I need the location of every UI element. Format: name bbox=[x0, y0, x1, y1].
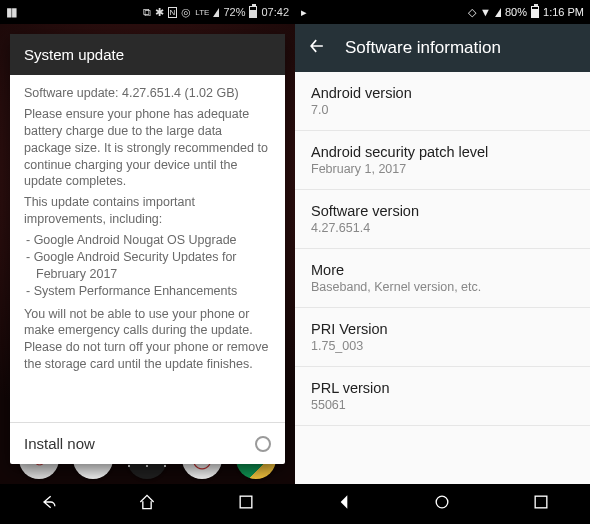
svg-rect-0 bbox=[240, 496, 252, 508]
nav-bar bbox=[0, 484, 295, 524]
recents-button[interactable] bbox=[236, 492, 256, 516]
debug-icon: ▸ bbox=[301, 6, 307, 19]
signal-icon bbox=[213, 8, 219, 17]
item-sub: 4.27.651.4 bbox=[311, 221, 574, 235]
nav-bar bbox=[295, 484, 590, 524]
recents-button[interactable] bbox=[531, 492, 551, 516]
home-button[interactable] bbox=[432, 492, 452, 516]
item-title: Android version bbox=[311, 85, 574, 101]
system-update-dialog: System update Software update: 4.27.651.… bbox=[10, 34, 285, 464]
clock: 1:16 PM bbox=[543, 6, 584, 18]
network-type: LTE bbox=[195, 8, 209, 17]
back-button[interactable] bbox=[39, 492, 59, 516]
item-sub: February 1, 2017 bbox=[311, 162, 574, 176]
list-item: - Google Android Nougat OS Upgrade bbox=[26, 232, 271, 249]
cast-icon: ⧉ bbox=[143, 6, 151, 19]
location-icon: ◎ bbox=[181, 6, 191, 19]
dialog-body: Software update: 4.27.651.4 (1.02 GB) Pl… bbox=[10, 75, 285, 422]
battery-warning: Please ensure your phone has adequate ba… bbox=[24, 106, 271, 190]
app-bar: Software information bbox=[295, 24, 590, 72]
update-version-line: Software update: 4.27.651.4 (1.02 GB) bbox=[24, 85, 271, 102]
battery-percent: 72% bbox=[223, 6, 245, 18]
battery-icon bbox=[249, 6, 257, 18]
divider bbox=[295, 425, 590, 426]
item-title: Android security patch level bbox=[311, 144, 574, 160]
clock: 07:42 bbox=[261, 6, 289, 18]
wifi-icon: ▼ bbox=[480, 6, 491, 18]
home-button[interactable] bbox=[137, 492, 157, 516]
right-phone: ▸ ◇ ▼ 80% 1:16 PM Software information A… bbox=[295, 0, 590, 524]
nfc-icon: N bbox=[168, 7, 178, 18]
item-sub: 1.75_003 bbox=[311, 339, 574, 353]
pri-version-item[interactable]: PRI Version 1.75_003 bbox=[295, 308, 590, 366]
install-now-label: Install now bbox=[24, 435, 95, 452]
improvements-intro: This update contains important improveme… bbox=[24, 194, 271, 228]
signal-icon bbox=[495, 8, 501, 17]
item-title: PRL version bbox=[311, 380, 574, 396]
android-version-item[interactable]: Android version 7.0 bbox=[295, 72, 590, 130]
list-item: - System Performance Enhancements bbox=[26, 283, 271, 300]
improvements-list: - Google Android Nougat OS Upgrade - Goo… bbox=[24, 232, 271, 300]
install-now-row[interactable]: Install now bbox=[10, 422, 285, 464]
status-bar: ▮▮ ⧉ ✱ N ◎ LTE 72% 07:42 bbox=[0, 0, 295, 24]
radio-icon[interactable] bbox=[255, 436, 271, 452]
usage-warning: You will not be able to use your phone o… bbox=[24, 306, 271, 374]
item-title: Software version bbox=[311, 203, 574, 219]
dialog-title: System update bbox=[10, 34, 285, 75]
back-arrow-icon[interactable] bbox=[307, 36, 327, 61]
item-sub: 7.0 bbox=[311, 103, 574, 117]
location-icon: ◇ bbox=[468, 6, 476, 19]
item-title: More bbox=[311, 262, 574, 278]
left-phone: ▮▮ ⧉ ✱ N ◎ LTE 72% 07:42 ✆ ≡ ⋮⋮⋮ ◯ Syste… bbox=[0, 0, 295, 524]
software-version-item[interactable]: Software version 4.27.651.4 bbox=[295, 190, 590, 248]
battery-percent: 80% bbox=[505, 6, 527, 18]
more-item[interactable]: More Baseband, Kernel version, etc. bbox=[295, 249, 590, 307]
back-button[interactable] bbox=[334, 492, 354, 516]
item-sub: 55061 bbox=[311, 398, 574, 412]
security-patch-item[interactable]: Android security patch level February 1,… bbox=[295, 131, 590, 189]
item-title: PRI Version bbox=[311, 321, 574, 337]
prl-version-item[interactable]: PRL version 55061 bbox=[295, 367, 590, 425]
pause-icon: ▮▮ bbox=[6, 5, 16, 19]
status-bar: ▸ ◇ ▼ 80% 1:16 PM bbox=[295, 0, 590, 24]
settings-list: Android version 7.0 Android security pat… bbox=[295, 72, 590, 426]
svg-rect-2 bbox=[535, 496, 547, 508]
item-sub: Baseband, Kernel version, etc. bbox=[311, 280, 574, 294]
svg-point-1 bbox=[437, 496, 449, 508]
page-title: Software information bbox=[345, 38, 501, 58]
bluetooth-icon: ✱ bbox=[155, 6, 164, 19]
battery-icon bbox=[531, 6, 539, 18]
list-item: - Google Android Security Updates for Fe… bbox=[26, 249, 271, 283]
